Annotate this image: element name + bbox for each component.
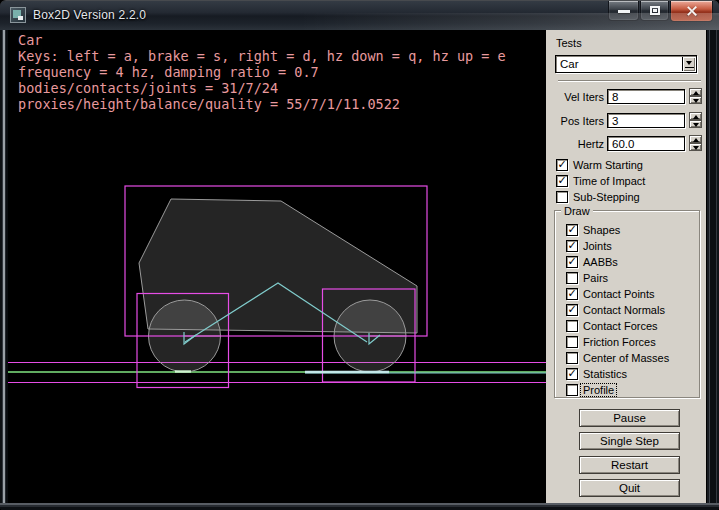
info-line-test-name: Car — [18, 32, 506, 48]
hertz-input[interactable]: 60.0 — [607, 136, 685, 151]
debug-info-text: CarKeys: left = a, brake = s, right = d,… — [18, 32, 506, 112]
checkbox-box[interactable]: ✓ — [566, 304, 578, 316]
checkbox-box[interactable] — [566, 320, 578, 332]
checkbox-label: Contact Points — [583, 288, 655, 300]
hertz-label: Hertz — [546, 138, 604, 150]
dropdown-arrow-button[interactable] — [682, 57, 695, 71]
minimize-icon — [618, 10, 630, 13]
window-title: Box2D Version 2.2.0 — [33, 8, 146, 22]
draw-group-label: Draw — [561, 205, 593, 217]
checkbox-box[interactable]: ✓ — [566, 240, 578, 252]
checkbox-box[interactable]: ✓ — [566, 224, 578, 236]
checkbox-box[interactable] — [566, 384, 578, 396]
close-button[interactable] — [670, 1, 713, 22]
checkbox-label: Profile — [581, 384, 616, 396]
window-frame-right — [706, 30, 719, 503]
checkbox-label: Center of Masses — [583, 352, 669, 364]
quit-button[interactable]: Quit — [579, 479, 680, 497]
pos-iters-input[interactable]: 3 — [607, 113, 685, 128]
checkbox-label: AABBs — [583, 256, 618, 268]
checkbox-label: Joints — [583, 240, 612, 252]
simulation-canvas[interactable]: CarKeys: left = a, brake = s, right = d,… — [8, 30, 546, 503]
checkbox-box[interactable] — [566, 272, 578, 284]
checkbox-label: Friction Forces — [583, 336, 656, 348]
window-frame-bottom — [0, 503, 719, 510]
checkbox-label: Shapes — [583, 224, 620, 236]
checkbox-box[interactable] — [566, 352, 578, 364]
spin-down-button[interactable] — [689, 143, 702, 151]
maximize-icon — [650, 6, 660, 15]
arrow-down-icon — [693, 99, 699, 103]
tests-dropdown-value: Car — [560, 58, 579, 70]
checkbox-box[interactable]: ✓ — [556, 159, 568, 171]
arrow-down-icon — [693, 123, 699, 127]
checkbox-label: Contact Forces — [583, 320, 658, 332]
checkbox-box[interactable]: ✓ — [566, 368, 578, 380]
info-line-proxies: proxies/height/balance/quality = 55/7/1/… — [18, 96, 506, 112]
pause-button[interactable]: Pause — [579, 409, 680, 427]
close-icon — [686, 5, 698, 17]
arrow-up-icon — [693, 115, 699, 119]
info-line-keys: Keys: left = a, brake = s, right = d, hz… — [18, 48, 506, 64]
hertz-stepper[interactable] — [689, 135, 702, 152]
info-line-frequency: frequency = 4 hz, damping ratio = 0.7 — [18, 64, 506, 80]
arrow-up-icon — [693, 138, 699, 142]
arrow-down-icon — [693, 146, 699, 150]
vel-iters-row: Vel Iters 8 — [546, 89, 706, 106]
hertz-row: Hertz 60.0 — [546, 136, 706, 153]
pos-iters-row: Pos Iters 3 — [546, 113, 706, 130]
spin-up-button[interactable] — [689, 88, 702, 96]
checkbox-label: Time of Impact — [573, 175, 645, 187]
minimize-button[interactable] — [608, 1, 639, 21]
spin-up-button[interactable] — [689, 135, 702, 143]
separator — [558, 80, 701, 82]
vel-iters-input[interactable]: 8 — [607, 89, 685, 104]
vel-iters-stepper[interactable] — [689, 88, 702, 105]
chevron-down-icon — [686, 61, 692, 65]
checkbox-label: Warm Starting — [573, 159, 643, 171]
checkbox-box[interactable] — [566, 336, 578, 348]
draw-group: Draw ✓ Shapes ✓ Joints ✓ AABBs Pairs ✓ C… — [554, 210, 700, 398]
window-frame-left — [0, 30, 8, 503]
control-panel: Tests Car Vel Iters 8 Pos Iters 3 Hertz … — [546, 30, 706, 503]
app-icon — [10, 7, 26, 23]
checkbox-label: Sub-Stepping — [573, 191, 640, 203]
checkbox-box[interactable]: ✓ — [566, 256, 578, 268]
spin-down-button[interactable] — [689, 96, 702, 104]
checkbox-box[interactable]: ✓ — [566, 288, 578, 300]
info-line-bodies: bodies/contacts/joints = 31/7/24 — [18, 80, 506, 96]
arrow-up-icon — [693, 91, 699, 95]
pos-iters-label: Pos Iters — [546, 115, 604, 127]
single-step-button[interactable]: Single Step — [579, 432, 680, 450]
spin-down-button[interactable] — [689, 120, 702, 128]
pos-iters-stepper[interactable] — [689, 112, 702, 129]
checkbox-label: Pairs — [583, 272, 608, 284]
checkbox-box[interactable]: ✓ — [556, 175, 568, 187]
checkbox-box[interactable] — [556, 191, 568, 203]
vel-iters-label: Vel Iters — [546, 91, 604, 103]
checkbox-label: Statistics — [583, 368, 627, 380]
maximize-button[interactable] — [640, 1, 669, 21]
checkbox-label: Contact Normals — [583, 304, 665, 316]
app-window: Box2D Version 2.2.0 — [0, 0, 719, 510]
title-bar[interactable]: Box2D Version 2.2.0 — [0, 1, 719, 30]
restart-button[interactable]: Restart — [579, 456, 680, 474]
spin-up-button[interactable] — [689, 112, 702, 120]
tests-label: Tests — [556, 37, 582, 49]
tests-dropdown[interactable]: Car — [555, 55, 697, 73]
